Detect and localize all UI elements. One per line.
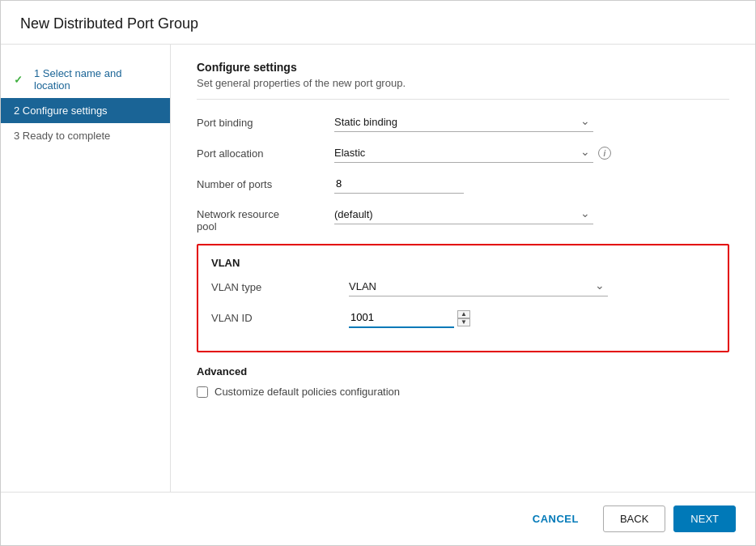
form-section: Port binding Static binding Dynamic bind… <box>197 113 729 232</box>
vlan-type-row: VLAN type VLAN None VLAN trunking Privat… <box>211 277 715 296</box>
port-allocation-select-wrapper[interactable]: Elastic Fixed <box>334 143 593 163</box>
network-resource-pool-control: (default) <box>334 205 593 224</box>
network-resource-pool-row: Network resourcepool (default) <box>197 205 729 232</box>
sidebar-step-3[interactable]: 3 Ready to complete <box>1 123 170 148</box>
network-resource-pool-select[interactable]: (default) <box>334 205 593 224</box>
port-allocation-label: Port allocation <box>197 147 334 160</box>
port-allocation-row: Port allocation Elastic Fixed i <box>197 143 729 163</box>
vlan-type-label: VLAN type <box>211 281 349 293</box>
sidebar-step-2[interactable]: 2 Configure settings <box>1 98 170 123</box>
advanced-section: Advanced Customize default policies conf… <box>197 365 729 398</box>
vlan-section: VLAN VLAN type VLAN None VLAN trunking P… <box>197 244 729 352</box>
port-binding-label: Port binding <box>197 117 334 129</box>
check-icon: ✓ <box>14 74 23 86</box>
dialog-body: ✓1 Select name and location 2 Configure … <box>1 45 755 492</box>
port-binding-control: Static binding Dynamic binding Ephemeral… <box>334 113 593 132</box>
vlan-id-decrement-button[interactable]: ▼ <box>457 318 470 326</box>
info-icon[interactable]: i <box>598 147 611 160</box>
number-of-ports-row: Number of ports <box>197 174 729 194</box>
vlan-id-control: ▲ ▼ <box>349 308 608 328</box>
number-of-ports-input[interactable] <box>334 174 464 194</box>
port-binding-select-wrapper[interactable]: Static binding Dynamic binding Ephemeral… <box>334 113 593 132</box>
main-content: Configure settings Set general propertie… <box>171 45 755 492</box>
customize-policies-row: Customize default policies configuration <box>197 386 729 398</box>
vlan-id-input[interactable] <box>349 308 454 328</box>
vlan-type-control: VLAN None VLAN trunking Private VLAN <box>349 277 608 296</box>
network-resource-pool-select-wrapper[interactable]: (default) <box>334 205 593 224</box>
vlan-id-spinner-buttons: ▲ ▼ <box>457 310 470 326</box>
vlan-id-spinner-wrapper: ▲ ▼ <box>349 308 608 328</box>
back-button[interactable]: BACK <box>603 505 665 532</box>
cancel-button[interactable]: CANCEL <box>516 506 595 531</box>
sidebar: ✓1 Select name and location 2 Configure … <box>1 45 171 492</box>
customize-policies-checkbox[interactable] <box>197 386 208 398</box>
port-allocation-control: Elastic Fixed <box>334 143 593 163</box>
vlan-title: VLAN <box>211 257 715 269</box>
network-resource-pool-label: Network resourcepool <box>197 208 334 232</box>
number-of-ports-control <box>334 174 593 194</box>
next-button[interactable]: NEXT <box>673 505 736 532</box>
number-of-ports-label: Number of ports <box>197 178 334 190</box>
customize-policies-label[interactable]: Customize default policies configuration <box>214 386 400 398</box>
vlan-id-label: VLAN ID <box>211 312 349 324</box>
section-desc: Set general properties of the new port g… <box>197 77 729 100</box>
vlan-id-row: VLAN ID ▲ ▼ <box>211 308 715 328</box>
section-title: Configure settings <box>197 61 729 74</box>
dialog-title: New Distributed Port Group <box>1 1 755 45</box>
dialog: New Distributed Port Group ✓1 Select nam… <box>0 0 756 546</box>
advanced-title: Advanced <box>197 365 729 378</box>
dialog-footer: CANCEL BACK NEXT <box>1 492 755 545</box>
port-binding-select[interactable]: Static binding Dynamic binding Ephemeral… <box>334 113 593 132</box>
vlan-id-increment-button[interactable]: ▲ <box>457 310 470 318</box>
sidebar-step-1[interactable]: ✓1 Select name and location <box>1 61 170 98</box>
vlan-type-select-wrapper[interactable]: VLAN None VLAN trunking Private VLAN <box>349 277 608 296</box>
vlan-type-select[interactable]: VLAN None VLAN trunking Private VLAN <box>349 277 608 296</box>
port-binding-row: Port binding Static binding Dynamic bind… <box>197 113 729 132</box>
port-allocation-select[interactable]: Elastic Fixed <box>334 143 593 163</box>
